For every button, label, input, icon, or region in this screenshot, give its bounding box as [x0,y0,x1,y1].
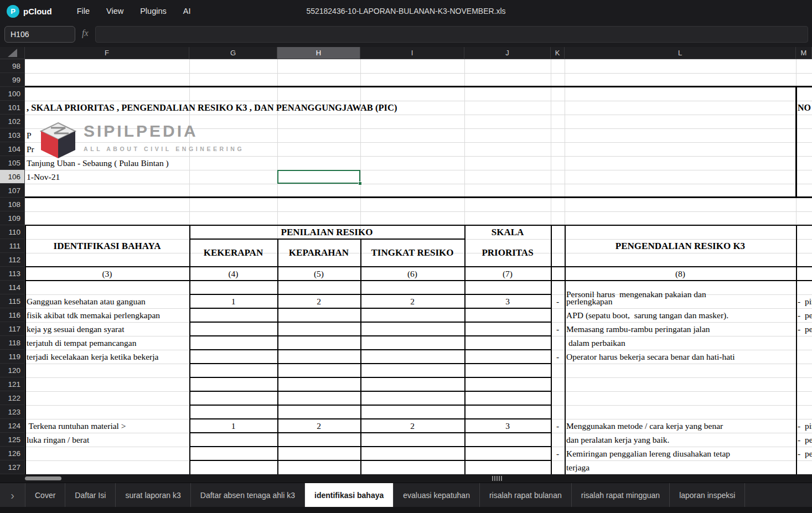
row-header-124[interactable]: 124 [0,419,25,433]
column-header-H[interactable]: H [277,47,360,59]
cell-G115[interactable]: 1 [189,294,277,308]
cell-F117[interactable]: keja yg sesuai dengan syarat [25,322,189,336]
cell-M116[interactable]: - pela [796,308,812,322]
row-header-99[interactable]: 99 [0,73,25,87]
menu-plugins[interactable]: Plugins [140,7,167,15]
cell-H124[interactable]: 2 [277,419,360,433]
row-header-126[interactable]: 126 [0,447,25,460]
sheet-tab-daftar-isi[interactable]: Daftar Isi [65,483,116,507]
sheet-nav-chevron-icon[interactable]: › [0,483,25,507]
sheet-tab-cover[interactable]: Cover [25,483,65,507]
cell-M124[interactable]: - pim [796,419,812,433]
row-header-112[interactable]: 112 [0,253,25,267]
row-header-113[interactable]: 113 [0,267,25,281]
cell-F113[interactable]: (3) [25,267,189,281]
column-header-L[interactable]: L [565,47,796,59]
sheet-tab-daftar-absen-tenaga-ahli-k3[interactable]: Daftar absen tenaga ahli k3 [191,483,305,507]
row-header-120[interactable]: 120 [0,364,25,377]
cell-K124[interactable]: - [551,419,565,433]
cell-G113[interactable]: (4) [189,267,277,281]
row-header-122[interactable]: 122 [0,391,25,405]
cell-F101[interactable]: , SKALA PRIORITAS , PENGENDALIAN RESIKO … [25,101,796,115]
row-header-101[interactable]: 101 [0,101,25,115]
cell-H113[interactable]: (5) [277,267,360,281]
cell-F124[interactable]: Terkena runtuhan material > [25,419,189,433]
selection-fill-handle[interactable] [358,182,362,185]
selected-cell[interactable] [277,170,360,184]
cell-I113[interactable]: (6) [360,267,464,281]
cell-L119[interactable]: Operator harus bekerja secara benar dan … [565,350,796,364]
cell-L126[interactable]: Kemiringan penggalian lereng diusahakan … [565,447,796,460]
cell-I111[interactable]: TINGKAT RESIKO [360,239,464,267]
row-header-104[interactable]: 104 [0,142,25,156]
scrollbar-thumb[interactable] [25,476,61,480]
cell-M101[interactable]: NO [796,101,812,115]
row-header-118[interactable]: 118 [0,336,25,350]
cell-L116[interactable]: APD (sepatu boot, sarung tangan dan mask… [565,308,796,322]
cell-K126[interactable]: - [551,447,565,460]
horizontal-scrollbar[interactable] [0,474,812,483]
cell-J113[interactable]: (7) [464,267,551,281]
cell-F118[interactable]: terjatuh di tempat pemancangan [25,336,189,350]
column-header-G[interactable]: G [189,47,277,59]
cell-I115[interactable]: 2 [360,294,464,308]
cell-L124[interactable]: Menggunakan metode / cara kerja yang ben… [565,419,796,433]
cell-F125[interactable]: luka ringan / berat [25,433,189,447]
cell-M117[interactable]: - petu [796,322,812,336]
cell-L118[interactable]: dalam perbaikan [565,336,796,350]
row-header-125[interactable]: 125 [0,433,25,447]
sheet-tab-risalah-rapat-mingguan[interactable]: risalah rapat mingguan [572,483,670,507]
cell-F119[interactable]: terjadi kecelakaan kerja ketika bekerja [25,350,189,364]
cell-L113[interactable]: (8) [565,267,796,281]
sheet-tab-evaluasi-kepatuhan[interactable]: evaluasi kepatuhan [394,483,480,507]
sheet-tab-laporan-inspeksi[interactable]: laporan inspeksi [670,483,745,507]
row-header-116[interactable]: 116 [0,308,25,322]
cell-H115[interactable]: 2 [277,294,360,308]
row-header-114[interactable]: 114 [0,281,25,294]
row-header-119[interactable]: 119 [0,350,25,364]
name-box[interactable] [4,26,75,43]
menu-view[interactable]: View [106,7,123,15]
row-header-121[interactable]: 121 [0,377,25,391]
cell-M125[interactable]: - pela [796,433,812,447]
select-all-corner[interactable] [0,47,25,59]
row-header-109[interactable]: 109 [0,211,25,225]
cell-G110[interactable]: PENILAIAN RESIKO [189,225,464,239]
cell-G124[interactable]: 1 [189,419,277,433]
row-header-108[interactable]: 108 [0,198,25,211]
row-header-107[interactable]: 107 [0,184,25,198]
column-header-J[interactable]: J [464,47,551,59]
cell-F116[interactable]: fisik akibat tdk memakai perlengkapan [25,308,189,322]
row-header-127[interactable]: 127 [0,460,25,474]
column-header-F[interactable]: F [25,47,189,59]
row-header-100[interactable]: 100 [0,87,25,101]
cell-K119[interactable]: - [551,350,565,364]
column-header-I[interactable]: I [360,47,464,59]
row-header-115[interactable]: 115 [0,294,25,308]
row-header-102[interactable]: 102 [0,115,25,128]
cell-L115[interactable]: perlengkapan [565,294,796,308]
cell-L125[interactable]: dan peralatan kerja yang baik. [565,433,796,447]
cell-I124[interactable]: 2 [360,419,464,433]
row-header-105[interactable]: 105 [0,156,25,170]
cell-F110[interactable]: IDENTIFIKASI BAHAYA [25,225,189,267]
cell-J124[interactable]: 3 [464,419,551,433]
cell-F106[interactable]: 1-Nov-21 [25,170,189,184]
cell-L127[interactable]: terjaga [565,460,796,474]
cell-G111[interactable]: KEKERAPAN [189,239,277,267]
menu-file[interactable]: File [77,7,90,15]
cell-J111[interactable]: PRIORITAS [464,239,551,267]
sheet-tab-surat-laporan-k3[interactable]: surat laporan k3 [116,483,190,507]
cell-H111[interactable]: KEPARAHAN [277,239,360,267]
cell-M126[interactable]: - petu [796,447,812,460]
row-header-117[interactable]: 117 [0,322,25,336]
sheet-tab-identifikasi-bahaya[interactable]: identifikasi bahaya [305,483,394,507]
row-header-111[interactable]: 111 [0,239,25,253]
menu-ai[interactable]: AI [183,7,191,15]
cell-K115[interactable]: - [551,294,565,308]
cell-F115[interactable]: Gangguan kesehatan atau ganguan [25,294,189,308]
cell-K117[interactable]: - [551,322,565,336]
column-header-K[interactable]: K [551,47,565,59]
row-header-106[interactable]: 106 [0,170,25,184]
cell-L117[interactable]: Memasang rambu-rambu peringatan jalan [565,322,796,336]
